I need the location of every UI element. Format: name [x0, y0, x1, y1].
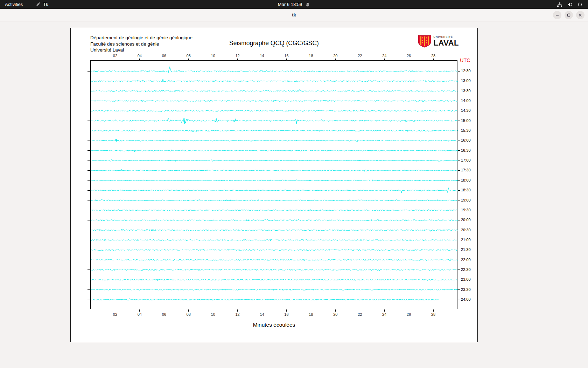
close-icon	[579, 13, 582, 17]
page-title: Séismographe QCQ (CGC/GSC)	[71, 40, 477, 47]
row-time-label: 15:00	[461, 118, 471, 123]
row-tick-left	[88, 180, 90, 180]
row-time-label: 13:30	[461, 89, 471, 93]
row-tick-right	[458, 161, 460, 161]
org-line-3: Université Laval	[90, 47, 192, 53]
x-tick-label-top: 10	[208, 54, 218, 58]
x-tick-label-bottom: 08	[184, 312, 194, 316]
x-tick-bottom	[286, 309, 287, 312]
plot-area: UTC 020204040606080810101212141416161818…	[90, 60, 457, 309]
volume-icon[interactable]	[567, 2, 573, 7]
power-icon[interactable]	[578, 2, 582, 7]
row-tick-left	[88, 210, 90, 210]
maximize-icon	[567, 13, 570, 17]
x-tick-label-bottom: 04	[135, 312, 145, 316]
logo-laval-label: LAVAL	[433, 39, 459, 47]
top-bar-left: Activities Tk	[0, 2, 48, 7]
row-tick-right	[458, 270, 460, 270]
row-tick-right	[458, 111, 460, 111]
row-tick-left	[88, 260, 90, 260]
x-tick-label-bottom: 20	[330, 312, 340, 316]
row-time-label: 23:00	[461, 277, 471, 281]
x-tick-label-bottom: 22	[355, 312, 365, 316]
x-tick-bottom	[384, 309, 385, 312]
row-tick-left	[88, 270, 90, 270]
row-tick-right	[458, 81, 460, 81]
window-titlebar: tk	[0, 9, 588, 21]
network-wired-icon[interactable]	[557, 2, 562, 7]
x-tick-label-bottom: 14	[257, 312, 267, 316]
window-controls	[553, 11, 584, 19]
row-tick-left	[88, 121, 90, 121]
maximize-button[interactable]	[565, 11, 573, 19]
row-tick-right	[458, 260, 460, 260]
activities-button[interactable]: Activities	[5, 2, 23, 7]
x-tick-bottom	[409, 309, 409, 312]
row-tick-left	[88, 101, 90, 101]
row-tick-left	[88, 81, 90, 81]
seismograph-app-window: Département de géologie et de génie géol…	[70, 28, 478, 342]
row-time-label: 16:00	[461, 138, 471, 142]
row-time-label: 20:00	[461, 218, 471, 222]
x-tick-label-bottom: 12	[233, 312, 243, 316]
x-tick-bottom	[213, 309, 213, 312]
tk-feather-icon	[35, 2, 41, 7]
row-time-label: 22:00	[461, 258, 471, 262]
x-tick-label-bottom: 06	[159, 312, 169, 316]
row-time-label: 24:00	[461, 297, 471, 301]
row-tick-left	[88, 111, 90, 111]
x-tick-bottom	[237, 309, 238, 312]
row-tick-right	[458, 101, 460, 101]
row-time-label: 22:30	[461, 267, 471, 272]
row-tick-left	[88, 91, 90, 91]
x-tick-bottom	[262, 309, 262, 312]
minimize-button[interactable]	[553, 11, 561, 19]
x-tick-label-top: 18	[306, 54, 316, 58]
row-time-label: 20:30	[461, 228, 471, 232]
x-tick-label-top: 02	[110, 54, 120, 58]
row-tick-right	[458, 121, 460, 121]
laval-logo-text: UNIVERSITÉ LAVAL	[433, 36, 459, 47]
x-tick-label-bottom: 16	[281, 312, 291, 316]
row-tick-right	[458, 190, 460, 191]
row-tick-right	[458, 240, 460, 240]
notifications-disabled-icon	[305, 2, 310, 7]
close-button[interactable]	[576, 11, 584, 19]
tk-app-indicator[interactable]: Tk	[35, 2, 48, 7]
row-tick-left	[88, 230, 90, 230]
window-title: tk	[292, 12, 296, 18]
row-tick-right	[458, 200, 460, 200]
x-tick-label-top: 12	[233, 54, 243, 58]
minimize-icon	[555, 13, 559, 17]
x-tick-label-bottom: 24	[379, 312, 389, 316]
row-tick-left	[88, 71, 90, 71]
x-tick-label-bottom: 10	[208, 312, 218, 316]
row-tick-left	[88, 289, 90, 290]
x-tick-label-top: 06	[159, 54, 169, 58]
row-tick-right	[458, 250, 460, 250]
clock-label: Mar 6 18:59	[278, 2, 302, 7]
clock-menu-button[interactable]: Mar 6 18:59	[278, 0, 310, 9]
row-tick-right	[458, 71, 460, 71]
row-time-label: 14:00	[461, 98, 471, 103]
row-tick-right	[458, 131, 460, 131]
row-time-label: 21:30	[461, 247, 471, 252]
row-tick-left	[88, 280, 90, 280]
x-tick-bottom	[311, 309, 311, 312]
row-tick-right	[458, 141, 460, 141]
laval-logo: UNIVERSITÉ LAVAL	[418, 35, 459, 48]
row-time-label: 17:30	[461, 168, 471, 172]
row-tick-right	[458, 210, 460, 210]
x-tick-label-top: 14	[257, 54, 267, 58]
tk-app-label: Tk	[43, 2, 48, 7]
x-tick-bottom	[335, 309, 336, 312]
row-tick-right	[458, 91, 460, 91]
row-tick-right	[458, 230, 460, 230]
x-tick-label-top: 16	[281, 54, 291, 58]
seismogram-canvas	[91, 61, 458, 309]
x-tick-bottom	[164, 309, 164, 312]
system-menu-button[interactable]	[557, 2, 588, 7]
row-tick-right	[458, 289, 460, 290]
row-time-label: 16:30	[461, 148, 471, 152]
row-tick-right	[458, 180, 460, 180]
